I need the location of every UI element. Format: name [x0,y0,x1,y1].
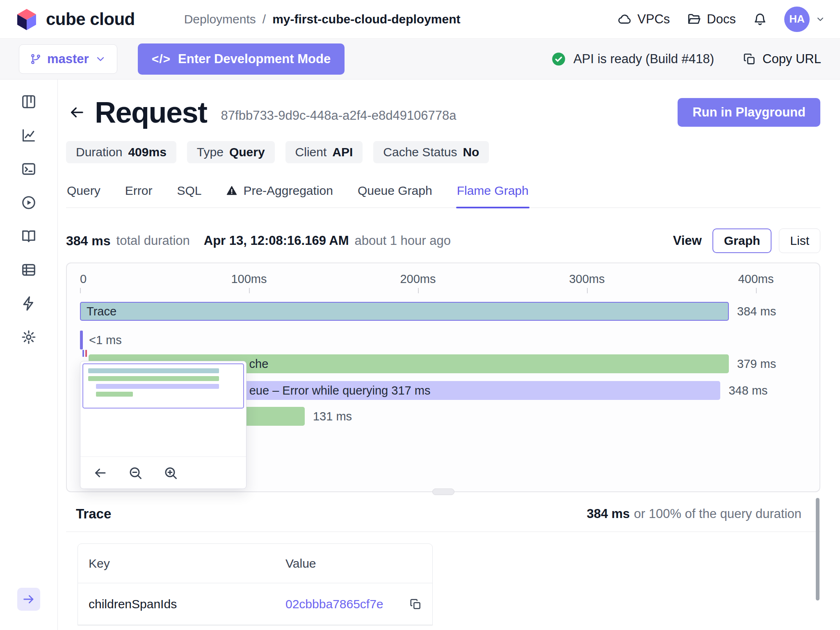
back-button[interactable] [66,102,87,123]
breadcrumb-deployments[interactable]: Deployments [184,12,256,26]
micro-span-2[interactable] [85,350,87,357]
axis-tick-mark [249,288,250,293]
run-in-playground-button[interactable]: Run in Playground [678,98,820,127]
minimap-bar [96,392,133,397]
flame-bar-duration: 131 ms [313,407,352,426]
flame-meta-row: 384 ms total duration Apr 13, 12:08:16.1… [66,228,820,253]
vpcs-label: VPCs [637,12,670,27]
cube-logo-icon [15,7,39,31]
check-circle-icon [551,52,566,66]
badge-value: 409ms [128,145,166,159]
git-branch-icon [30,53,41,65]
minimap-back-button[interactable] [93,466,107,480]
tab-error[interactable]: Error [124,178,153,208]
trace-duration-summary: 384 msor 100% of the query duration [587,507,801,521]
axis-tick-mark [756,288,757,293]
page-title: Request [95,96,207,129]
sidebar-item-play-circle[interactable] [17,191,40,214]
minimap-selection[interactable] [82,363,244,409]
sidebar-item-book[interactable] [17,225,40,248]
enter-dev-mode-button[interactable]: </> Enter Development Mode [138,43,345,75]
flame-minimap-popover [80,361,247,489]
app-header: cube cloud Deployments / my-first-cube-c… [0,0,840,39]
line-chart-icon [21,128,37,143]
copy-icon[interactable] [409,598,422,610]
docs-label: Docs [707,12,736,27]
api-status-label: API is ready (Build #418) [573,52,714,66]
copy-url-button[interactable]: Copy URL [743,52,821,66]
sidebar-item-lightning[interactable] [17,292,40,315]
bell-icon[interactable] [753,12,767,26]
axis-tick-mark [587,288,588,293]
column-value: Value [275,557,432,571]
docs-link[interactable]: Docs [687,12,736,27]
badge-label: Duration [76,145,122,159]
vpcs-link[interactable]: VPCs [618,12,670,27]
zoom-out-icon [128,466,143,480]
user-menu[interactable]: HA [784,7,825,32]
axis-tick-label: 400ms [738,272,774,286]
badge-value: No [463,145,479,159]
flame-bar-duration: 379 ms [737,354,776,373]
cloud-icon [618,12,632,26]
sidebar-collapse-button[interactable] [17,588,40,611]
api-status: API is ready (Build #418) [551,52,714,66]
sidebar-item-table-rows[interactable] [17,258,40,281]
trace-detail-section: Trace 384 msor 100% of the query duratio… [66,497,820,630]
trace-section-title: Trace [76,506,111,522]
minimap-bar [88,368,219,373]
branch-selector[interactable]: master [19,44,117,74]
resize-handle[interactable] [432,488,454,495]
copy-icon [743,52,756,66]
sidebar-item-gear[interactable] [17,326,40,349]
sidebar-item-line-chart[interactable] [17,124,40,147]
minimap-bar [88,376,219,381]
sidebar-item-kanban-board[interactable] [17,90,40,113]
gear-icon [21,329,37,345]
tab-sql[interactable]: SQL [176,178,202,208]
trace-head: Trace 384 msor 100% of the query duratio… [66,497,820,532]
folder-icon [687,12,701,26]
badge-cache-status: Cache StatusNo [373,141,489,163]
request-title-row: Request 87fbb733-9d9c-448a-a2f4-e8d49106… [66,96,820,129]
tab-flame-graph[interactable]: Flame Graph [456,178,530,208]
cell-key: childrenSpanIds [78,597,275,611]
flame-bar-label: Trace [81,305,116,318]
zoom-out-button[interactable] [128,466,143,480]
logo-text: cube cloud [46,9,135,29]
main-content: Request 87fbb733-9d9c-448a-a2f4-e8d49106… [58,80,840,630]
arrow-left-icon [93,466,107,480]
code-icon: </> [152,52,171,66]
tab-queue-graph[interactable]: Queue Graph [357,178,433,208]
view-list-button[interactable]: List [779,228,820,253]
view-graph-button[interactable]: Graph [712,228,772,253]
deployment-toolbar: master </> Enter Development Mode API is… [0,39,840,80]
dev-mode-label: Enter Development Mode [178,52,331,66]
micro-span-1[interactable] [82,350,84,357]
minimap-bar [96,384,219,389]
axis-tick-label: 200ms [400,272,436,286]
view-switcher: View Graph List [673,228,820,253]
flame-bar-duration: 348 ms [728,381,767,400]
value-link[interactable]: 02cbbba7865cf7e [285,597,383,611]
table-header: Key Value [78,544,432,583]
avatar[interactable]: HA [784,7,810,32]
breadcrumb: Deployments / my-first-cube-cloud-deploy… [184,12,461,26]
cell-value: 02cbbba7865cf7e [275,597,432,611]
flame-bar-trace[interactable]: Trace [80,302,729,321]
flame-bar-sub-span[interactable] [80,331,83,349]
axis-tick-label: 300ms [569,272,605,286]
badge-duration: Duration409ms [66,141,176,163]
scrollbar-thumb[interactable] [816,498,819,600]
cube-cloud-logo[interactable]: cube cloud [15,7,135,31]
view-label: View [673,233,702,248]
axis-tick-label: 0 [80,272,87,286]
zoom-in-button[interactable] [163,466,178,480]
copy-url-label: Copy URL [762,52,821,66]
tab-label: Pre-Aggregation [243,184,333,198]
sidebar-item-terminal[interactable] [17,158,40,180]
flame-bar-duration: 384 ms [737,302,776,321]
tab-pre-aggregation[interactable]: Pre-Aggregation [225,178,333,208]
tab-query[interactable]: Query [66,178,101,208]
tab-label: Queue Graph [358,184,432,198]
